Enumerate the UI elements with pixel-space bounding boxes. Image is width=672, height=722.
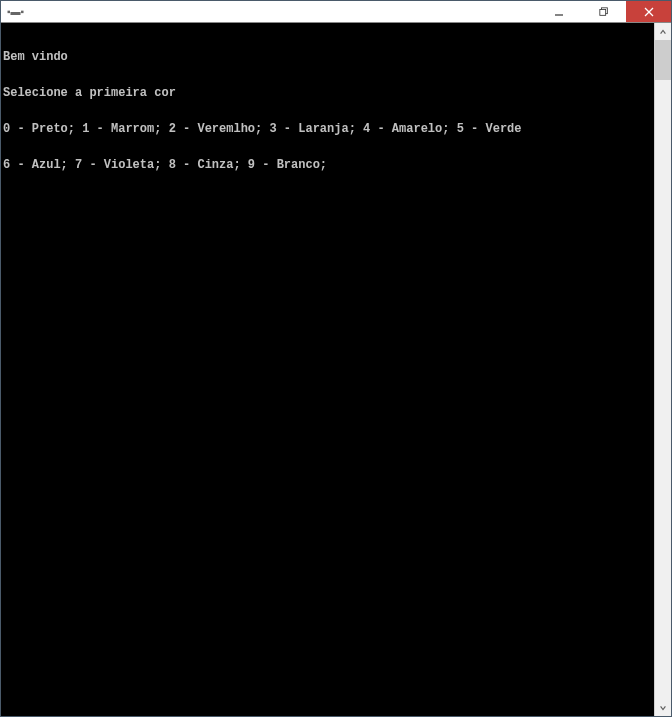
client-area: Bem vindo Selecione a primeira cor 0 - P… [1, 23, 671, 716]
console-output[interactable]: Bem vindo Selecione a primeira cor 0 - P… [1, 23, 654, 716]
maximize-button[interactable] [581, 1, 626, 22]
console-window: ▪▬▪ Bem vindo [0, 0, 672, 717]
titlebar[interactable]: ▪▬▪ [1, 1, 671, 23]
console-line: 6 - Azul; 7 - Violeta; 8 - Cinza; 9 - Br… [3, 159, 652, 171]
scrollbar-track[interactable] [655, 40, 671, 699]
console-line: Selecione a primeira cor [3, 87, 652, 99]
close-icon [644, 7, 654, 17]
bottom-margin [0, 717, 672, 722]
minimize-icon [554, 7, 564, 17]
console-line: 0 - Preto; 1 - Marrom; 2 - Veremlho; 3 -… [3, 123, 652, 135]
vertical-scrollbar[interactable] [654, 23, 671, 716]
chevron-down-icon [659, 704, 667, 712]
svg-rect-2 [599, 9, 605, 15]
console-line: Bem vindo [3, 51, 652, 63]
title-icon: ▪▬▪ [7, 6, 24, 17]
chevron-up-icon [659, 28, 667, 36]
restore-icon [599, 7, 609, 17]
close-button[interactable] [626, 1, 671, 22]
window-title: ▪▬▪ [1, 6, 24, 17]
scroll-up-button[interactable] [655, 23, 671, 40]
minimize-button[interactable] [536, 1, 581, 22]
scrollbar-thumb[interactable] [655, 40, 671, 80]
scroll-down-button[interactable] [655, 699, 671, 716]
window-controls [536, 1, 671, 22]
